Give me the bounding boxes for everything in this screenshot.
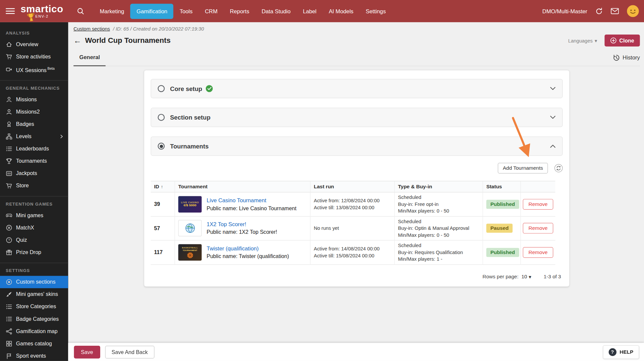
status-badge: Published xyxy=(486,200,519,209)
sidebar-item-label: Gamification map xyxy=(16,328,57,334)
sidebar-item-prize-drop[interactable]: Prize Drop xyxy=(0,246,68,259)
help-button[interactable]: ? HELP xyxy=(603,345,639,359)
account-selector[interactable]: DMO/Multi-Master xyxy=(542,8,588,14)
breadcrumb-link[interactable]: Custom sections xyxy=(74,26,110,32)
add-tournaments-button[interactable]: Add Tournaments xyxy=(498,163,548,173)
nav-marketing[interactable]: Marketing xyxy=(94,4,130,19)
tournament-link[interactable]: Live Casino Tournament xyxy=(207,197,297,204)
refresh-icon[interactable] xyxy=(595,7,603,15)
sidebar-item-matchx[interactable]: MatchX xyxy=(0,222,68,234)
sort-asc-icon: ↑ xyxy=(161,184,163,189)
radio-core-setup[interactable] xyxy=(158,85,165,92)
sidebar-item-gamification-map[interactable]: Gamification map xyxy=(0,325,68,338)
plus-circle-icon xyxy=(610,38,616,44)
sidebar-item-quiz[interactable]: ? Quiz xyxy=(0,234,68,246)
sidebar-item-missions2[interactable]: Missions2 xyxy=(0,106,68,118)
nav-crm[interactable]: CRM xyxy=(199,4,224,19)
list-icon xyxy=(6,316,12,322)
tournament-link[interactable]: Twister (qualification) xyxy=(207,245,289,252)
table-row: 39 LIVE CASINO €/$ 5000 Live Casino Tour… xyxy=(151,192,555,216)
breadcrumb-meta: / ID: 65 / Created on 20/10/2022 07:19:3… xyxy=(113,26,204,32)
sidebar-item-badges[interactable]: Badges xyxy=(0,118,68,131)
table-row: 117 BASKETBALL TOURNAMENT Twister (quali… xyxy=(151,240,555,264)
topbar: smartico ENV-2 Marketing Gamification To… xyxy=(0,0,644,22)
accordion-section-setup[interactable]: Section setup xyxy=(151,108,563,127)
trophy-icon xyxy=(6,158,12,165)
sidebar-item-ux-sessions[interactable]: UX SessionsBeta xyxy=(0,63,68,76)
search-icon[interactable] xyxy=(76,7,85,15)
custom-section-card: Core setup Section setup Tournaments xyxy=(144,70,569,287)
column-header-id[interactable]: ID↑ xyxy=(151,181,175,192)
sidebar-section-title: GENERAL MECHANICS xyxy=(0,81,68,93)
sidebar-item-store-categories[interactable]: Store Categories xyxy=(0,301,68,313)
sidebar-section-settings: SETTINGS Custom sections Mini games' ski… xyxy=(0,263,68,361)
mail-icon[interactable] xyxy=(611,8,619,15)
sidebar-item-games-catalog[interactable]: Games catalog xyxy=(0,338,68,350)
remove-button[interactable]: Remove xyxy=(523,199,553,210)
rows-per-page-select[interactable]: 10 ▾ xyxy=(521,274,531,280)
tournament-public-name: Public name: Twister (qualification) xyxy=(207,253,289,259)
history-button[interactable]: History xyxy=(613,54,640,66)
sitemap-icon xyxy=(6,133,12,140)
sidebar-item-jackpots[interactable]: Jackpots xyxy=(0,167,68,180)
sidebar-item-sport-events[interactable]: Sport events xyxy=(0,350,68,361)
sidebar-item-missions[interactable]: Missions xyxy=(0,93,68,106)
nav-tools[interactable]: Tools xyxy=(174,4,199,19)
remove-button[interactable]: Remove xyxy=(523,223,553,233)
sidebar: ANALYSIS Overview Store activities UX Se… xyxy=(0,22,68,361)
sidebar-item-mini-games-skins[interactable]: Mini games' skins xyxy=(0,288,68,301)
nav-settings[interactable]: Settings xyxy=(360,4,392,19)
back-arrow-icon[interactable]: ← xyxy=(74,37,82,45)
sidebar-item-label: Tournaments xyxy=(16,158,47,164)
nav-reports[interactable]: Reports xyxy=(224,4,255,19)
sidebar-item-leaderboards[interactable]: Leaderboards xyxy=(0,143,68,155)
cart-icon xyxy=(6,53,12,60)
home-icon xyxy=(6,41,12,48)
sidebar-item-store-activities[interactable]: Store activities xyxy=(0,50,68,63)
user-avatar[interactable] xyxy=(627,5,639,17)
sync-button[interactable] xyxy=(554,164,563,172)
column-header-status: Status xyxy=(483,181,521,192)
nav-data-studio[interactable]: Data Studio xyxy=(255,4,297,19)
remove-button[interactable]: Remove xyxy=(523,247,553,258)
sidebar-item-levels[interactable]: Levels xyxy=(0,131,68,143)
sidebar-item-overview[interactable]: Overview xyxy=(0,38,68,50)
row-id: 57 xyxy=(151,217,175,240)
history-icon xyxy=(613,54,620,61)
last-run-cell: No runs yet xyxy=(310,217,394,240)
save-button[interactable]: Save xyxy=(74,345,100,358)
sidebar-section-title: SETTINGS xyxy=(0,263,68,276)
tournament-link[interactable]: 1X2 Top Scorer! xyxy=(207,221,277,227)
status-badge: Paused xyxy=(486,224,513,233)
save-and-back-button[interactable]: Save And Back xyxy=(105,345,154,358)
nav-ai-models[interactable]: AI Models xyxy=(322,4,359,19)
languages-dropdown[interactable]: Languages ▾ xyxy=(568,38,597,43)
caret-down-icon: ▾ xyxy=(529,274,532,280)
sidebar-item-mini-games[interactable]: Mini games xyxy=(0,209,68,222)
chevron-down-icon[interactable] xyxy=(550,116,556,119)
chevron-up-icon[interactable] xyxy=(550,144,556,148)
chevron-down-icon[interactable] xyxy=(550,87,556,90)
list-icon xyxy=(6,304,12,310)
sidebar-item-custom-sections[interactable]: Custom sections xyxy=(0,276,68,288)
sidebar-item-badge-categories[interactable]: Badge Categories xyxy=(0,313,68,325)
accordion-tournaments[interactable]: Tournaments xyxy=(151,136,563,156)
tournament-thumbnail: BASKETBALL TOURNAMENT xyxy=(178,244,202,261)
sidebar-item-label: Store Categories xyxy=(16,304,56,310)
sidebar-item-label: UX SessionsBeta xyxy=(16,66,54,73)
sidebar-item-store[interactable]: Store xyxy=(0,180,68,192)
sidebar-item-tournaments[interactable]: Tournaments xyxy=(0,155,68,167)
nav-label[interactable]: Label xyxy=(297,4,322,19)
column-header-type-buyin: Type & Buy-in xyxy=(394,181,482,192)
menu-icon[interactable] xyxy=(6,8,15,14)
tournament-thumbnail: LIVE CASINO €/$ 5000 xyxy=(178,196,202,213)
sidebar-item-label: Missions xyxy=(16,97,37,102)
sidebar-item-label: Prize Drop xyxy=(16,250,41,255)
radio-section-setup[interactable] xyxy=(158,114,165,121)
clone-button[interactable]: Clone xyxy=(605,35,640,46)
logo-text: smartico xyxy=(21,4,63,14)
tab-general[interactable]: General xyxy=(74,52,106,66)
nav-gamification[interactable]: Gamification xyxy=(130,4,174,19)
accordion-core-setup[interactable]: Core setup xyxy=(151,79,563,98)
radio-tournaments[interactable] xyxy=(158,143,165,150)
